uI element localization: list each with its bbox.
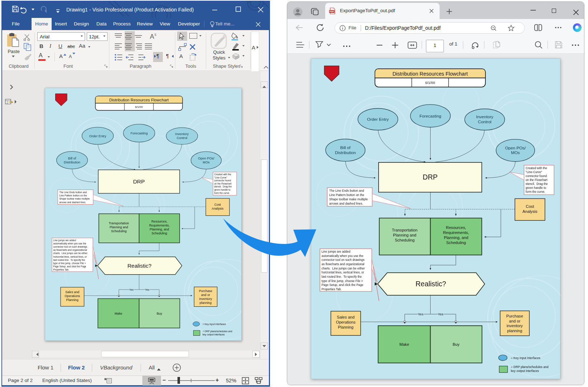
svg-text:PDF: PDF	[329, 10, 334, 13]
svg-text:A: A	[150, 33, 154, 40]
svg-text:5: 5	[155, 33, 156, 37]
